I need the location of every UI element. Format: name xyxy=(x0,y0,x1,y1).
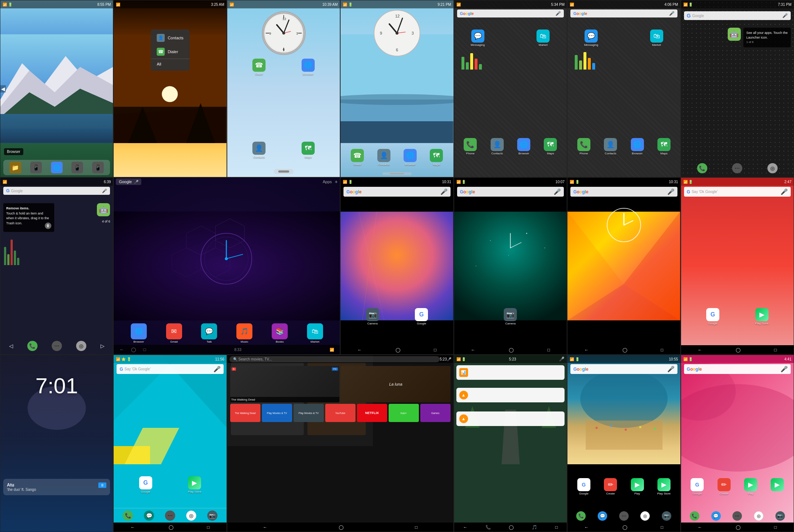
apps-dock-aerial[interactable]: ⋯ xyxy=(619,511,629,521)
recent-teal[interactable]: □ xyxy=(547,347,550,352)
mic-r2c1[interactable]: 🎤 xyxy=(102,189,107,193)
back-teal-mat[interactable]: ← xyxy=(131,525,135,530)
dialer-app[interactable]: ☎ Dialer xyxy=(250,59,268,76)
back-red[interactable]: ← xyxy=(698,347,702,352)
browser-dock-icon[interactable]: 🌐 xyxy=(51,162,63,173)
recent-pink[interactable]: □ xyxy=(774,525,777,530)
mic-geo[interactable]: 🎤 xyxy=(667,188,675,195)
netflix-app[interactable]: NETFLIX xyxy=(357,404,387,422)
create-pink[interactable]: ✏ Create xyxy=(715,478,733,495)
mic-red[interactable]: 🎤 xyxy=(781,188,788,195)
browser-app-r1c6[interactable]: 🌐 Browser xyxy=(628,138,646,155)
recent-geo[interactable]: □ xyxy=(661,347,663,352)
ok-google-bar-teal[interactable]: G Say 'Ok Google' 🎤 xyxy=(117,364,223,374)
games-app[interactable]: Games xyxy=(420,404,451,422)
camera-dock-teal[interactable]: 📷 xyxy=(207,511,217,521)
la-luna-thumb[interactable]: La luna xyxy=(341,366,450,402)
playstore-aerial[interactable]: ▶ Play Store xyxy=(655,478,673,495)
browser-app-r1c4[interactable]: 🌐 Browser xyxy=(401,149,419,166)
play-aerial[interactable]: ▶ Play xyxy=(628,478,646,495)
search-area-honeycomb[interactable]: Google 🎤 xyxy=(116,178,323,185)
back-geo[interactable]: ← xyxy=(584,347,589,352)
recent-ics[interactable]: □ xyxy=(434,347,436,352)
widget-btn-r2c1[interactable]: ◎ xyxy=(76,341,86,351)
back-btn-r2c1[interactable]: ◁ xyxy=(9,343,13,349)
maps-app-r1c6[interactable]: 🗺 Maps xyxy=(655,138,673,155)
pause-btn[interactable]: ⏸ xyxy=(98,482,106,488)
google-ics[interactable]: G Google xyxy=(412,308,431,325)
mic-ics[interactable]: 🎤 xyxy=(440,188,448,195)
home-geo[interactable]: ◯ xyxy=(622,347,627,352)
mic-teal-mat[interactable]: 🎤 xyxy=(213,366,221,373)
camera-teal[interactable]: 📷 Camera xyxy=(501,308,519,325)
dialer-app-r1c4[interactable]: ☎ Dialer xyxy=(348,149,366,166)
apps-dock-teal[interactable]: ⋯ xyxy=(165,511,175,521)
mic-movie[interactable]: 🎤 xyxy=(447,357,451,361)
mic-icon-r1c6[interactable]: 🎤 xyxy=(669,11,675,16)
folder-icon[interactable]: 📁 xyxy=(9,162,21,173)
home-red[interactable]: ◯ xyxy=(736,347,740,352)
google-bar-pink[interactable]: Google 🎤 xyxy=(684,364,791,374)
google-bar-ics[interactable]: Google 🎤 xyxy=(343,187,450,197)
recent-nav[interactable]: □ xyxy=(555,525,558,530)
phone-icon-dock-r1c7[interactable]: 📞 xyxy=(697,163,707,173)
market-app-r1c5[interactable]: 🛍 Market xyxy=(534,29,552,47)
chrome-dock-pink[interactable]: ◎ xyxy=(754,511,763,521)
contacts-app-r1c5[interactable]: 👤 Contacts xyxy=(488,138,506,155)
apps-btn-r2c1[interactable]: ⋯ xyxy=(52,341,62,351)
create-aerial[interactable]: ✏ Create xyxy=(601,478,620,495)
messaging-app-r1c6[interactable]: 💬 Messaging xyxy=(582,29,600,47)
google-red[interactable]: G Google xyxy=(704,308,722,325)
browser-app[interactable]: 🌐 Browser xyxy=(299,59,317,76)
recent-red[interactable]: □ xyxy=(774,347,777,352)
home-movie[interactable]: ◯ xyxy=(339,525,343,530)
contacts-app[interactable]: 👤 Contacts xyxy=(250,142,268,159)
google-aerial[interactable]: G Google xyxy=(575,478,593,495)
contacts-app-r1c6[interactable]: 👤 Contacts xyxy=(601,138,620,155)
home-aerial[interactable]: ◯ xyxy=(622,525,627,530)
maps-app-r1c5[interactable]: 🗺 Maps xyxy=(541,138,559,155)
apps-dock-pink[interactable]: ⋯ xyxy=(732,511,742,521)
back-teal[interactable]: ← xyxy=(471,347,475,352)
dock-icon-2[interactable]: 📱 xyxy=(30,162,42,173)
phone-app-r1c5[interactable]: 📞 Phone xyxy=(461,138,479,155)
recent-hc[interactable]: □ xyxy=(143,347,146,352)
maps-app[interactable]: 🗺 Maps xyxy=(299,142,317,159)
playstore-red[interactable]: ▶ Play Store xyxy=(753,308,771,325)
camera-ics[interactable]: 📷 Camera xyxy=(363,308,382,325)
back-hc[interactable]: ← xyxy=(119,347,124,352)
search-area-movie[interactable]: 🔍 Search movies, TV... xyxy=(229,356,440,362)
walking-dead-thumb[interactable]: The Walking Dead 9 FX xyxy=(230,366,339,402)
google-bar-aerial[interactable]: Google 🎤 xyxy=(570,364,677,374)
mic-pink[interactable]: 🎤 xyxy=(781,366,788,373)
forward-btn-r2c1[interactable]: ▷ xyxy=(101,343,105,349)
google-bar-teal[interactable]: Google 🎤 xyxy=(457,187,564,197)
phone-dock-teal[interactable]: 📞 xyxy=(123,511,133,521)
play-pink[interactable]: ▶ Play xyxy=(742,478,760,495)
google-search-bar-r1c7[interactable]: G Google 🎤 xyxy=(684,11,791,20)
messaging-app-r1c5[interactable]: 💬 Messaging xyxy=(469,29,487,47)
phone-btn-r2c1[interactable]: 📞 xyxy=(27,341,38,351)
books-hc[interactable]: 📚 Books xyxy=(271,323,289,343)
ok-google-bar[interactable]: G Say 'Ok Google' 🎤 xyxy=(684,187,791,197)
home-pink[interactable]: ◯ xyxy=(736,525,740,530)
home-teal-mat[interactable]: ◯ xyxy=(169,525,173,530)
home-nav[interactable]: ◯ xyxy=(509,525,514,530)
add-icon-honeycomb[interactable]: + xyxy=(335,179,338,185)
recent-teal-mat[interactable]: □ xyxy=(207,525,209,530)
music-hc[interactable]: 🎵 Music xyxy=(235,323,253,343)
home-ics[interactable]: ◯ xyxy=(396,347,400,352)
movie-search-bar[interactable]: 🔍 Search movies, TV... xyxy=(229,356,440,362)
menu-dialer[interactable]: ☎ Dialer xyxy=(151,45,189,59)
walking-dead-app[interactable]: The Walking Dead xyxy=(230,404,260,422)
menu-contacts[interactable]: 👤 Contacts xyxy=(151,31,189,45)
market-hc[interactable]: 🛍 Market xyxy=(306,323,324,343)
mic-icon-r1c7[interactable]: 🎤 xyxy=(782,13,788,18)
google-search-bar-r1c6[interactable]: Google 🎤 xyxy=(570,9,677,17)
widget-dock-r1c7[interactable]: ◎ xyxy=(767,163,778,173)
hangouts-dock-teal[interactable]: 💬 xyxy=(144,511,154,521)
mic-honeycomb[interactable]: 🎤 xyxy=(134,180,138,184)
gmail-hc[interactable]: ✉ Gmail xyxy=(165,323,183,343)
chrome-dock-teal[interactable]: ◎ xyxy=(186,511,196,521)
youtube-app[interactable]: YouTube xyxy=(325,404,355,422)
